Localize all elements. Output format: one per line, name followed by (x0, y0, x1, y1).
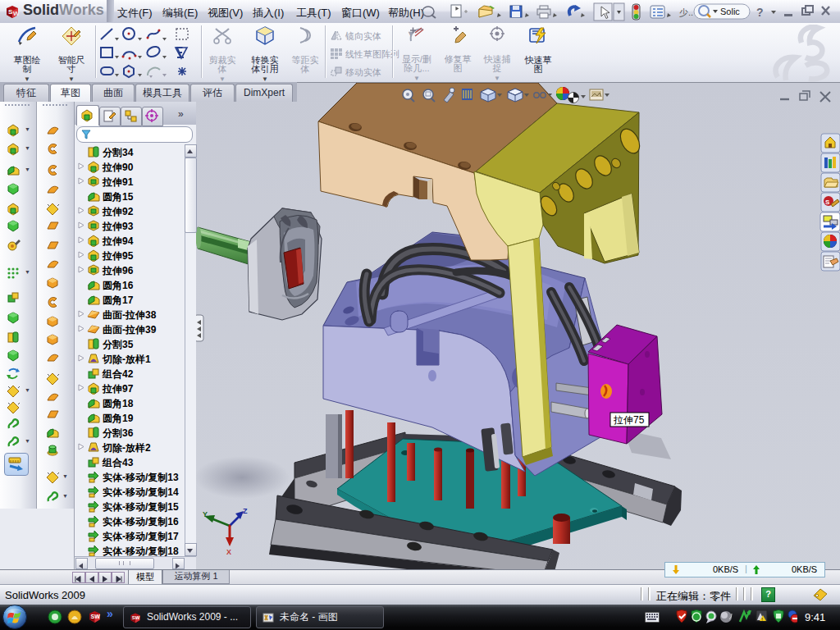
svg-text:SW: SW (91, 614, 101, 619)
svg-text:W: W (13, 10, 20, 17)
svg-text:SW: SW (132, 615, 140, 620)
svg-text:S: S (825, 199, 830, 206)
svg-text:X: X (226, 548, 231, 556)
svg-text:少..: 少.. (679, 7, 693, 17)
svg-text:Z: Z (243, 507, 248, 515)
svg-text:Solic: Solic (720, 7, 740, 16)
svg-text:Y: Y (203, 510, 208, 518)
svg-text:拉伸75: 拉伸75 (613, 414, 645, 426)
svg-text:?: ? (756, 6, 764, 19)
